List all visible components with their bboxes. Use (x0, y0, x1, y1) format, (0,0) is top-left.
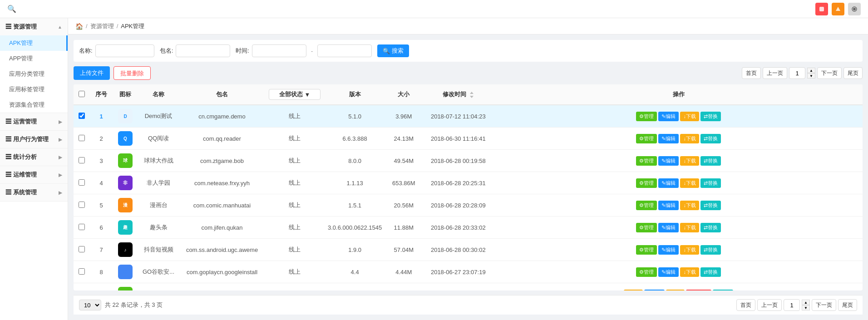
page-down-arrow-bottom[interactable]: ▼ (802, 305, 810, 310)
btn-download-9[interactable]: ↓下载 (666, 290, 685, 291)
page-down-arrow[interactable]: ▼ (807, 73, 815, 79)
first-page-top[interactable]: 首页 (742, 67, 761, 79)
first-page-bottom[interactable]: 首页 (736, 299, 755, 311)
btn-edit-4[interactable]: ✎编辑 (658, 178, 679, 188)
sidebar-header-resource[interactable]: ☰ 资源管理 ▲ (0, 18, 68, 35)
warning-icon[interactable] (832, 3, 844, 15)
row-checkbox-8[interactable] (79, 268, 85, 275)
btn-replace-3[interactable]: ⇄替换 (700, 156, 721, 166)
sidebar-header-maintenance[interactable]: ☰ 运维管理 ▶ (0, 166, 68, 183)
app-icon-8: G (118, 265, 133, 279)
cell-actions: ⚙管理✎编辑↓下载⇄替换 (494, 150, 863, 172)
btn-download-6[interactable]: ↓下载 (680, 223, 699, 232)
btn-download-8[interactable]: ↓下载 (680, 267, 699, 277)
row-checkbox-2[interactable] (79, 135, 85, 141)
btn-online-9[interactable]: ↑上线 (624, 290, 643, 291)
btn-replace-7[interactable]: ⇄替换 (700, 245, 721, 255)
cell-version: 6.6.3.888 (324, 128, 385, 150)
package-input[interactable] (176, 44, 230, 57)
breadcrumb-resource[interactable]: 资源管理 (90, 22, 114, 30)
page-up-arrow-bottom[interactable]: ▲ (802, 300, 810, 305)
btn-edit-6[interactable]: ✎编辑 (658, 223, 679, 232)
status-filter-dropdown[interactable]: 全部状态 ▼ (269, 89, 321, 100)
btn-replace-4[interactable]: ⇄替换 (700, 178, 721, 188)
sidebar-header-system[interactable]: ☰ 系统管理 ▶ (0, 184, 68, 201)
name-input[interactable] (95, 44, 154, 57)
page-number-bottom[interactable] (784, 299, 800, 311)
prev-page-bottom[interactable]: 上一页 (757, 299, 782, 311)
btn-download-3[interactable]: ↓下载 (680, 156, 699, 166)
btn-replace-9[interactable]: ⇄替换 (713, 290, 733, 291)
home-icon[interactable]: 🏠 (75, 23, 83, 30)
btn-download-4[interactable]: ↓下载 (680, 178, 699, 188)
btn-replace-8[interactable]: ⇄替换 (700, 267, 721, 277)
btn-manage-8[interactable]: ⚙管理 (636, 267, 657, 277)
per-page-select[interactable]: 10 20 50 (79, 300, 101, 310)
btn-autodel-9[interactable]: ✕自删除 (686, 290, 711, 291)
time-from-input[interactable] (252, 44, 306, 57)
sidebar-item-tags[interactable]: 应用标签管理 (0, 82, 68, 97)
sidebar-item-collection[interactable]: 资源集合管理 (0, 97, 68, 113)
btn-replace-2[interactable]: ⇄替换 (700, 134, 721, 143)
page-number-top[interactable] (789, 67, 805, 79)
btn-edit-1[interactable]: ✎编辑 (658, 112, 679, 121)
btn-download-1[interactable]: ↓下载 (680, 112, 699, 121)
btn-download-7[interactable]: ↓下载 (680, 245, 699, 255)
search-icon[interactable]: 🔍 (7, 5, 16, 13)
cell-icon: 非 (113, 172, 138, 194)
row-checkbox-1[interactable] (79, 113, 85, 119)
header-row: 序号 图标 名称 包名 全部状态 ▼ 版本 大小 (74, 84, 863, 105)
page-arrows-top: ▲ ▼ (807, 68, 815, 79)
cell-modified: 2018-06-30 11:16:41 (422, 128, 494, 150)
row-checkbox-6[interactable] (79, 224, 85, 230)
next-page-top[interactable]: 下一页 (817, 67, 842, 79)
cell-name: 球球大作战 (138, 150, 179, 172)
btn-manage-1[interactable]: ⚙管理 (636, 112, 657, 121)
sidebar-item-category[interactable]: 应用分类管理 (0, 66, 68, 82)
btn-download-5[interactable]: ↓下载 (680, 201, 699, 210)
btn-edit-3[interactable]: ✎编辑 (658, 156, 679, 166)
btn-download-2[interactable]: ↓下载 (680, 134, 699, 143)
last-page-bottom[interactable]: 尾页 (838, 299, 857, 311)
cell-status: 线上 (265, 128, 324, 150)
next-page-bottom[interactable]: 下一页 (812, 299, 836, 311)
row-checkbox-5[interactable] (79, 202, 85, 208)
btn-manage-3[interactable]: ⚙管理 (636, 156, 657, 166)
upload-button[interactable]: 上传文件 (74, 66, 110, 80)
row-checkbox-3[interactable] (79, 157, 85, 163)
cell-actions: ⚙管理✎编辑↓下载⇄替换 (494, 261, 863, 283)
btn-replace-6[interactable]: ⇄替换 (700, 223, 721, 232)
notification-icon[interactable] (815, 3, 828, 15)
settings-icon[interactable] (848, 3, 861, 15)
btn-manage-7[interactable]: ⚙管理 (636, 245, 657, 255)
btn-edit-8[interactable]: ✎编辑 (658, 267, 679, 277)
sidebar-item-apk[interactable]: APK管理 (0, 35, 68, 51)
btn-replace-5[interactable]: ⇄替换 (700, 201, 721, 210)
btn-edit-7[interactable]: ✎编辑 (658, 245, 679, 255)
btn-manage-2[interactable]: ⚙管理 (636, 134, 657, 143)
cell-seq: 2 (90, 128, 113, 150)
btn-edit-5[interactable]: ✎编辑 (658, 201, 679, 210)
btn-manage-5[interactable]: ⚙管理 (636, 201, 657, 210)
btn-manage-6[interactable]: ⚙管理 (636, 223, 657, 232)
sidebar-header-stats[interactable]: ☰ 统计分析 ▶ (0, 148, 68, 166)
row-checkbox-7[interactable] (79, 246, 85, 252)
search-button[interactable]: 🔍 搜索 (377, 44, 409, 57)
btn-manage-4[interactable]: ⚙管理 (636, 178, 657, 188)
sidebar-header-ops[interactable]: ☰ 运营管理 ▶ (0, 113, 68, 130)
page-up-arrow[interactable]: ▲ (807, 68, 815, 73)
prev-page-top[interactable]: 上一页 (763, 67, 787, 79)
btn-edit-2[interactable]: ✎编辑 (658, 134, 679, 143)
sidebar-item-app[interactable]: APP管理 (0, 51, 68, 66)
last-page-top[interactable]: 尾页 (843, 67, 863, 79)
breadcrumb-sep2: / (117, 23, 118, 30)
time-to-input[interactable] (317, 44, 372, 57)
row-checkbox-9[interactable] (79, 290, 85, 291)
batch-delete-button[interactable]: 批量删除 (113, 66, 151, 80)
sidebar-header-behavior[interactable]: ☰ 用户行为管理 ▶ (0, 131, 68, 148)
btn-edit-9[interactable]: ✎编辑 (644, 290, 665, 291)
cell-modified: 2018-06-28 20:25:31 (422, 172, 494, 194)
select-all-checkbox[interactable] (79, 91, 85, 97)
btn-replace-1[interactable]: ⇄替换 (700, 112, 721, 121)
row-checkbox-4[interactable] (79, 179, 85, 186)
